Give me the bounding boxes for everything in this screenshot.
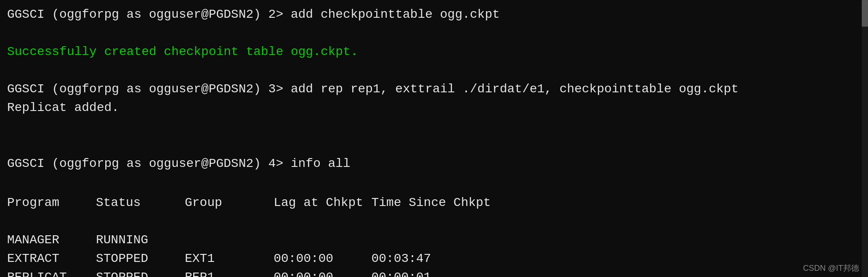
empty-line-4: [7, 136, 861, 154]
output-replicat-added: Replicat added.: [7, 99, 861, 117]
table-row-replicat: REPLICAT STOPPED REP1 00:00:00 00:00:01: [7, 268, 861, 277]
extract-status: STOPPED: [96, 249, 185, 268]
replicat-lag: 00:00:00: [274, 268, 371, 277]
manager-time: [371, 231, 505, 249]
output-line-success: Successfully created checkpoint table og…: [7, 43, 861, 61]
manager-lag: [274, 231, 371, 249]
extract-program: EXTRACT: [7, 249, 96, 268]
watermark: CSDN @IT邦德: [803, 263, 859, 273]
terminal-window: GGSCI (oggforpg as ogguser@PGDSN2) 2> ad…: [0, 0, 868, 277]
replicat-group: REP1: [185, 268, 274, 277]
table-header-row: Program Status Group Lag at Chkpt Time S…: [7, 194, 861, 212]
scrollbar[interactable]: [862, 0, 868, 277]
replicat-program: REPLICAT: [7, 268, 96, 277]
manager-group: [185, 231, 274, 249]
empty-line-1: [7, 24, 861, 43]
empty-line-2: [7, 61, 861, 80]
header-group: Group: [185, 194, 274, 212]
header-lag: Lag at Chkpt: [274, 194, 371, 212]
manager-status: RUNNING: [96, 231, 185, 249]
command-line-3: GGSCI (oggforpg as ogguser@PGDSN2) 4> in…: [7, 154, 861, 173]
replicat-status: STOPPED: [96, 268, 185, 277]
replicat-time: 00:00:01: [371, 268, 505, 277]
table-row-manager: MANAGER RUNNING: [7, 231, 861, 249]
header-program: Program: [7, 194, 96, 212]
manager-program: MANAGER: [7, 231, 96, 249]
scrollbar-thumb[interactable]: [862, 0, 868, 27]
header-status: Status: [96, 194, 185, 212]
empty-line-3: [7, 117, 861, 136]
extract-group: EXT1: [185, 249, 274, 268]
header-time: Time Since Chkpt: [371, 194, 505, 212]
extract-time: 00:03:47: [371, 249, 505, 268]
table-empty-row: [7, 212, 861, 231]
table-row-extract: EXTRACT STOPPED EXT1 00:00:00 00:03:47: [7, 249, 861, 268]
info-all-table: Program Status Group Lag at Chkpt Time S…: [7, 194, 861, 277]
command-line-1: GGSCI (oggforpg as ogguser@PGDSN2) 2> ad…: [7, 5, 861, 24]
command-line-2: GGSCI (oggforpg as ogguser@PGDSN2) 3> ad…: [7, 80, 861, 99]
empty-line-5: [7, 173, 861, 192]
extract-lag: 00:00:00: [274, 249, 371, 268]
